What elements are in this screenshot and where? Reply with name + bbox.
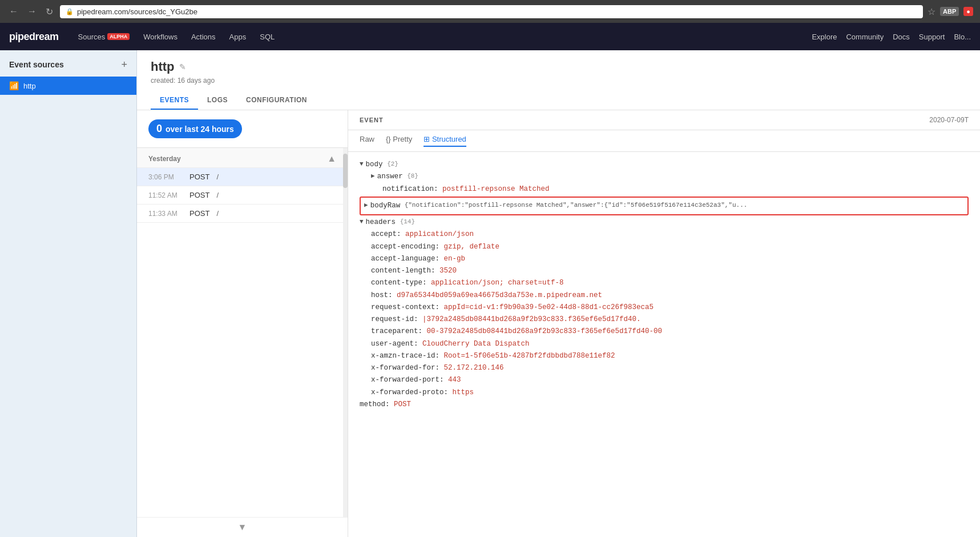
- nav-support[interactable]: Support: [919, 33, 945, 41]
- event-row[interactable]: 11:52 AM POST /: [137, 186, 348, 205]
- source-title-row: http ✎: [151, 59, 966, 74]
- sidebar-title: Event sources: [9, 60, 64, 69]
- header-item-row: x-forwarded-proto: https: [360, 387, 969, 399]
- event-label: EVENT: [360, 117, 384, 123]
- bookmark-button[interactable]: ☆: [927, 6, 935, 17]
- nav-explore[interactable]: Explore: [812, 33, 837, 41]
- header-item-value: application/json: [405, 229, 474, 241]
- tree-headers: ▼ headers {14}: [360, 217, 969, 229]
- source-meta: created: 16 days ago: [151, 77, 966, 85]
- app-logo: pipedream: [9, 31, 59, 43]
- lock-icon: 🔒: [66, 8, 74, 15]
- event-path-3: /: [216, 209, 219, 218]
- event-time-1: 3:06 PM: [148, 173, 183, 181]
- scroll-up-button[interactable]: ▲: [327, 154, 336, 164]
- nav-community[interactable]: Community: [846, 33, 884, 41]
- scrollbar-thumb[interactable]: [343, 154, 348, 188]
- header-item-row: accept-encoding: gzip, deflate: [360, 241, 969, 253]
- event-time-2: 11:52 AM: [148, 191, 183, 199]
- event-count: 0: [156, 123, 162, 135]
- header-item-value: en-gb: [444, 253, 466, 265]
- events-panel: 0 over last 24 hours Yesterday ▲ 3:06 PM…: [137, 110, 980, 537]
- nav-sources[interactable]: Sources ALPHA: [72, 29, 136, 45]
- event-row[interactable]: 11:33 AM POST /: [137, 205, 348, 223]
- nav-actions[interactable]: Actions: [185, 29, 221, 45]
- nav-apps[interactable]: Apps: [224, 29, 252, 45]
- headers-key: headers: [366, 217, 396, 229]
- scroll-down-button[interactable]: ▼: [238, 522, 247, 532]
- nav-blog[interactable]: Blo...: [954, 33, 971, 41]
- event-detail: EVENT 2020-07-09T Raw {} Pretty ⊞ Struct…: [348, 110, 980, 537]
- header-item-value: gzip, deflate: [444, 241, 500, 253]
- alpha-badge: ALPHA: [107, 33, 130, 40]
- header-item-key: accept-encoding:: [371, 241, 439, 253]
- sidebar-item-http[interactable]: 📶 http: [0, 77, 136, 95]
- header-item-key: content-type:: [371, 277, 427, 289]
- abp-extension[interactable]: ABP: [940, 7, 959, 16]
- view-tab-pretty[interactable]: {} Pretty: [386, 135, 412, 147]
- events-section-header: Yesterday ▲: [137, 148, 348, 168]
- header-item-key: accept:: [371, 229, 401, 241]
- forward-button[interactable]: →: [25, 5, 39, 18]
- nav-docs[interactable]: Docs: [893, 33, 910, 41]
- events-list: 0 over last 24 hours Yesterday ▲ 3:06 PM…: [137, 110, 348, 537]
- content-area: http ✎ created: 16 days ago EVENTS LOGS …: [137, 50, 980, 537]
- toggle-body[interactable]: ▼: [360, 159, 364, 170]
- header-item-value: Root=1-5f06e51b-4287bf2fdbbdbd788e11ef82: [444, 350, 615, 362]
- header-item-key: x-forwarded-for:: [371, 362, 439, 374]
- nav-right: Explore Community Docs Support Blo...: [812, 33, 971, 41]
- header-item-row: host: d97a65344bd059a69ea46675d3da753e.m…: [360, 290, 969, 302]
- tree-bodyraw: ▶ bodyRaw {"notification":"postfill-reps…: [364, 200, 964, 212]
- header-item-row: content-type: application/json; charset=…: [360, 277, 969, 289]
- body-count: {2}: [387, 159, 398, 170]
- header-items-container: accept: application/jsonaccept-encoding:…: [360, 229, 969, 399]
- view-tab-structured[interactable]: ⊞ Structured: [424, 135, 466, 147]
- toggle-answer[interactable]: ▶: [371, 171, 375, 182]
- bodyraw-key: bodyRaw: [370, 200, 401, 212]
- browser-chrome: ← → ↻ 🔒 pipedream.com/sources/dc_YGu2be …: [0, 0, 980, 23]
- event-method-3: POST: [189, 209, 209, 218]
- tab-events[interactable]: EVENTS: [151, 91, 198, 110]
- event-path-1: /: [216, 173, 219, 181]
- bodyraw-value: {"notification":"postfill-repsonse Match…: [405, 200, 748, 211]
- nav-links: Sources ALPHA Workflows Actions Apps SQL: [72, 29, 812, 45]
- add-source-button[interactable]: +: [121, 59, 127, 70]
- counter-label: over last 24 hours: [166, 125, 234, 134]
- yesterday-label: Yesterday: [148, 155, 181, 163]
- red-extension[interactable]: ●: [963, 7, 973, 16]
- address-bar[interactable]: 🔒 pipedream.com/sources/dc_YGu2be: [60, 5, 923, 18]
- header-item-key: x-forwarded-proto:: [371, 387, 448, 399]
- tab-configuration[interactable]: CONFIGURATION: [237, 91, 316, 110]
- header-item-value: 443: [448, 374, 461, 386]
- sidebar-header: Event sources +: [0, 57, 136, 77]
- notification-key: notification:: [382, 183, 438, 195]
- nav-sql[interactable]: SQL: [254, 29, 280, 45]
- toggle-headers[interactable]: ▼: [360, 217, 364, 227]
- structured-data: ▼ body {2} ▶ answer {8} notifica: [348, 152, 980, 537]
- header-item-value: d97a65344bd059a69ea46675d3da753e.m.piped…: [397, 290, 602, 302]
- sidebar-item-label: http: [23, 82, 36, 90]
- header-item-row: x-forwarded-for: 52.172.210.146: [360, 362, 969, 374]
- view-tab-raw[interactable]: Raw: [360, 135, 374, 147]
- event-path-2: /: [216, 191, 219, 199]
- answer-key: answer: [377, 171, 403, 183]
- source-tabs: EVENTS LOGS CONFIGURATION: [151, 91, 966, 110]
- answer-count: {8}: [407, 171, 418, 182]
- back-button[interactable]: ←: [7, 5, 21, 18]
- header-item-row: request-context: appId=cid-v1:f9b90a39-5…: [360, 302, 969, 314]
- header-item-row: content-length: 3520: [360, 265, 969, 277]
- nav-workflows[interactable]: Workflows: [138, 29, 183, 45]
- counter-badge: 0 over last 24 hours: [148, 119, 242, 138]
- edit-icon[interactable]: ✎: [179, 62, 186, 71]
- header-item-key: host:: [371, 290, 393, 302]
- tab-logs[interactable]: LOGS: [198, 91, 237, 110]
- header-item-value: 00-3792a2485db08441bd268a9f2b93c833-f365…: [427, 326, 663, 338]
- refresh-button[interactable]: ↻: [43, 5, 55, 18]
- tree-method: method: POST: [360, 399, 969, 411]
- view-tabs: Raw {} Pretty ⊞ Structured: [348, 130, 980, 152]
- toggle-bodyraw[interactable]: ▶: [364, 200, 368, 211]
- header-item-row: accept-language: en-gb: [360, 253, 969, 265]
- events-section: Yesterday ▲ 3:06 PM POST / 11:52 AM POST…: [137, 148, 348, 517]
- event-row[interactable]: 3:06 PM POST /: [137, 168, 348, 186]
- app-nav: pipedream Sources ALPHA Workflows Action…: [0, 23, 980, 50]
